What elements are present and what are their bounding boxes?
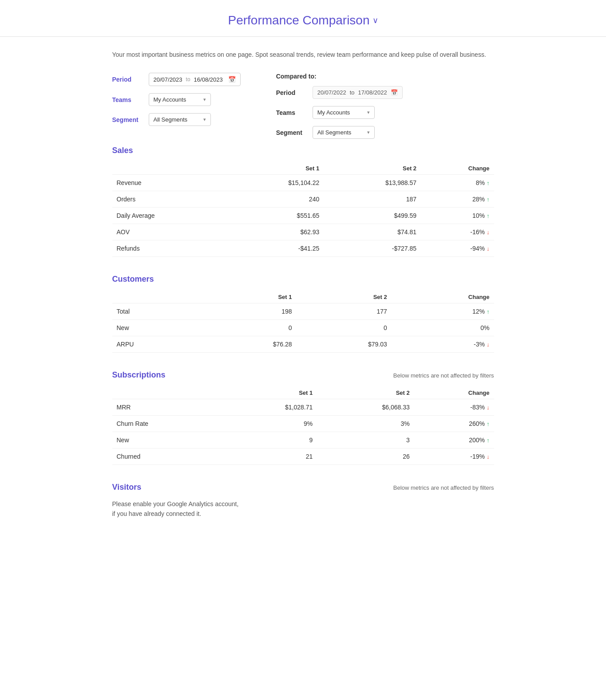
compared-period-label: Period: [276, 89, 307, 96]
row-set2: 3: [317, 432, 414, 448]
row-change: -94%↓: [421, 240, 494, 257]
change-value: 10%: [472, 212, 485, 219]
row-label: Daily Average: [112, 208, 227, 224]
table-row: ARPU$76.28$79.03-3%↓: [112, 336, 494, 353]
change-value: -16%: [470, 228, 485, 236]
customers-col-change: Change: [392, 291, 494, 303]
row-label: MRR: [112, 399, 220, 416]
compared-segment-value: All Segments: [317, 129, 352, 136]
table-row: MRR$1,028.71$6,068.33-83%↓: [112, 399, 494, 416]
primary-segment-value: All Segments: [154, 116, 188, 123]
sales-col-set2: Set 2: [324, 162, 421, 175]
sales-section: Sales Set 1 Set 2 Change Revenue$15,104.…: [112, 146, 494, 257]
title-chevron-icon[interactable]: ∨: [372, 16, 378, 25]
customers-col-set1: Set 1: [201, 291, 296, 303]
row-label: Refunds: [112, 240, 227, 257]
chevron-down-icon: ▾: [203, 117, 206, 122]
row-change: 12%↑: [392, 303, 494, 320]
compared-segment-row: Segment All Segments ▾: [276, 126, 403, 139]
primary-teams-select[interactable]: My Accounts ▾: [149, 93, 211, 106]
row-set1: 198: [201, 303, 296, 320]
compared-teams-select[interactable]: My Accounts ▾: [313, 106, 375, 119]
row-label: Orders: [112, 191, 227, 208]
row-change: 28%↑: [421, 191, 494, 208]
table-row: Total19817712%↑: [112, 303, 494, 320]
primary-segment-row: Segment All Segments ▾: [112, 113, 241, 126]
row-change: -3%↓: [392, 336, 494, 353]
row-label: ARPU: [112, 336, 202, 353]
row-label: Revenue: [112, 175, 227, 191]
change-value: -19%: [470, 453, 485, 460]
change-value: 0%: [480, 324, 489, 331]
page-description: Your most important business metrics on …: [112, 50, 494, 59]
row-set2: 26: [317, 448, 414, 465]
arrow-up-icon: ↑: [487, 421, 490, 427]
arrow-down-icon: ↓: [487, 229, 490, 236]
change-value: -94%: [470, 245, 485, 252]
compared-to-label: Compared to:: [276, 73, 403, 80]
calendar-icon: 📅: [391, 89, 398, 96]
table-row: Orders24018728%↑: [112, 191, 494, 208]
row-change: 10%↑: [421, 208, 494, 224]
subscriptions-table-header: Set 1 Set 2 Change: [112, 387, 494, 399]
compared-teams-value: My Accounts: [317, 109, 350, 116]
row-set2: $13,988.57: [324, 175, 421, 191]
compared-period-input[interactable]: 20/07/2022 to 17/08/2022 📅: [313, 86, 403, 99]
compared-filter-set: Compared to: Period 20/07/2022 to 17/08/…: [276, 73, 403, 146]
page-header: Performance Comparison ∨: [0, 0, 606, 37]
subscriptions-col-change: Change: [414, 387, 494, 399]
change-value: -83%: [470, 404, 485, 411]
compared-date-sep: to: [350, 89, 355, 96]
table-row: Churned2126-19%↓: [112, 448, 494, 465]
compared-segment-select[interactable]: All Segments ▾: [313, 126, 375, 139]
arrow-down-icon: ↓: [487, 341, 490, 348]
visitors-note: Below metrics are not affected by filter…: [393, 484, 494, 491]
primary-period-row: Period 20/07/2023 to 16/08/2023 📅: [112, 73, 241, 86]
subscriptions-header-row: Subscriptions Below metrics are not affe…: [112, 370, 494, 380]
primary-segment-select[interactable]: All Segments ▾: [149, 113, 211, 126]
sales-col-change: Change: [421, 162, 494, 175]
primary-date-from: 20/07/2023: [154, 76, 182, 83]
sales-col-label: [112, 162, 227, 175]
row-set1: $62.93: [226, 224, 324, 240]
arrow-down-icon: ↓: [487, 404, 490, 411]
row-set2: 0: [297, 320, 392, 336]
customers-section: Customers Set 1 Set 2 Change Total198177…: [112, 275, 494, 353]
row-label: Churn Rate: [112, 416, 220, 432]
customers-table-header: Set 1 Set 2 Change: [112, 291, 494, 303]
row-change: -19%↓: [414, 448, 494, 465]
row-change: -16%↓: [421, 224, 494, 240]
arrow-down-icon: ↓: [487, 245, 490, 252]
change-value: 8%: [476, 179, 485, 186]
sales-col-set1: Set 1: [226, 162, 324, 175]
arrow-up-icon: ↑: [487, 308, 490, 315]
customers-col-label: [112, 291, 202, 303]
compared-teams-row: Teams My Accounts ▾: [276, 106, 403, 119]
row-set2: $499.59: [324, 208, 421, 224]
primary-date-to: 16/08/2023: [194, 76, 223, 83]
subscriptions-title: Subscriptions: [112, 370, 166, 380]
row-change: 260%↑: [414, 416, 494, 432]
compared-teams-label: Teams: [276, 109, 307, 116]
arrow-up-icon: ↑: [487, 180, 490, 186]
change-value: -3%: [474, 341, 485, 348]
row-change: 0%: [392, 320, 494, 336]
subscriptions-section: Subscriptions Below metrics are not affe…: [112, 370, 494, 465]
table-row: AOV$62.93$74.81-16%↓: [112, 224, 494, 240]
visitors-section: Visitors Below metrics are not affected …: [112, 483, 494, 519]
row-set2: 3%: [317, 416, 414, 432]
table-row: New000%: [112, 320, 494, 336]
row-label: Churned: [112, 448, 220, 465]
sales-table: Set 1 Set 2 Change Revenue$15,104.22$13,…: [112, 162, 494, 257]
arrow-down-icon: ↓: [487, 453, 490, 460]
row-set2: $6,068.33: [317, 399, 414, 416]
compared-date-from: 20/07/2022: [317, 89, 346, 96]
subscriptions-col-set1: Set 1: [220, 387, 317, 399]
row-set1: 21: [220, 448, 317, 465]
row-change: -83%↓: [414, 399, 494, 416]
page-title: Performance Comparison ∨: [228, 13, 378, 28]
customers-header-row: Customers: [112, 275, 494, 284]
primary-period-input[interactable]: 20/07/2023 to 16/08/2023 📅: [149, 73, 241, 86]
primary-teams-value: My Accounts: [154, 96, 186, 103]
row-set1: 9: [220, 432, 317, 448]
